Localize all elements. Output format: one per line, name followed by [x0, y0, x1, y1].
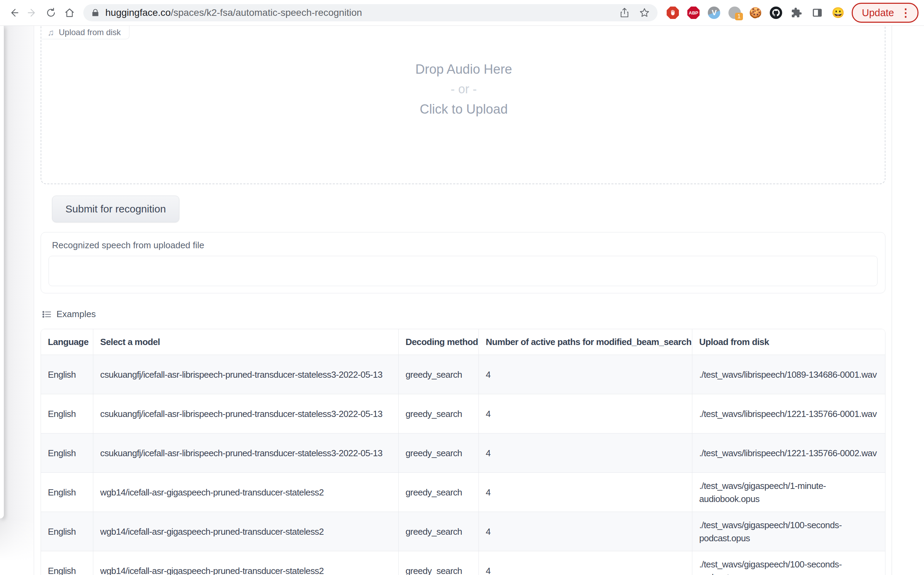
- reload-button[interactable]: [43, 5, 59, 21]
- url-text: huggingface.co/spaces/k2-fsa/automatic-s…: [105, 7, 362, 18]
- example-row[interactable]: Englishcsukuangfj/icefall-asr-librispeec…: [41, 434, 885, 473]
- example-row[interactable]: Englishcsukuangfj/icefall-asr-librispeec…: [41, 394, 885, 434]
- model-cell: csukuangfj/icefall-asr-librispeech-prune…: [93, 394, 398, 434]
- model-cell: wgb14/icefall-asr-gigaspeech-pruned-tran…: [93, 551, 398, 575]
- column-header: Upload from disk: [692, 329, 885, 355]
- recognized-speech-output[interactable]: [49, 256, 878, 286]
- column-header: Select a model: [93, 329, 398, 355]
- upload-cell: ./test_wavs/librispeech/1221-135766-0001…: [692, 394, 885, 434]
- address-bar[interactable]: huggingface.co/spaces/k2-fsa/automatic-s…: [83, 4, 657, 21]
- upload-cell: ./test_wavs/librispeech/1089-134686-0001…: [692, 355, 885, 394]
- upload-cell: ./test_wavs/gigaspeech/100-seconds-podca…: [692, 551, 885, 575]
- table-header-row: LanguageSelect a modelDecoding methodNum…: [41, 329, 885, 355]
- language-cell: English: [41, 551, 93, 575]
- url-domain: huggingface.co: [105, 7, 171, 18]
- model-cell: wgb14/icefall-asr-gigaspeech-pruned-tran…: [93, 512, 398, 551]
- or-text: - or -: [41, 79, 886, 99]
- abp-extension-icon[interactable]: ABP: [686, 6, 700, 20]
- upload-cell: ./test_wavs/gigaspeech/100-seconds-podca…: [692, 512, 885, 551]
- scrollbar-track-line[interactable]: [892, 26, 892, 575]
- left-card-edge: [0, 26, 4, 519]
- examples-table: LanguageSelect a modelDecoding methodNum…: [41, 329, 885, 575]
- list-icon: [42, 310, 52, 319]
- paths-cell: 4: [479, 394, 692, 434]
- extensions-area: ABP V 1 🍪 😀: [666, 6, 845, 20]
- extension-badge: 1: [735, 13, 743, 20]
- model-cell: csukuangfj/icefall-asr-librispeech-prune…: [93, 434, 398, 473]
- example-row[interactable]: Englishwgb14/icefall-asr-gigaspeech-prun…: [41, 551, 885, 575]
- paths-cell: 4: [479, 434, 692, 473]
- adblock-extension-icon[interactable]: [666, 6, 680, 20]
- decoding-cell: greedy_search: [398, 551, 479, 575]
- bookmark-star-icon[interactable]: [639, 7, 650, 18]
- recognized-speech-panel: Recognized speech from uploaded file: [41, 232, 886, 293]
- example-row[interactable]: Englishwgb14/icefall-asr-gigaspeech-prun…: [41, 512, 885, 551]
- example-row[interactable]: Englishcsukuangfj/icefall-asr-librispeec…: [41, 355, 885, 394]
- smiley-profile-icon[interactable]: 😀: [831, 6, 845, 20]
- examples-header: Examples: [42, 309, 96, 319]
- back-icon: [8, 7, 20, 19]
- home-button[interactable]: [61, 5, 78, 21]
- paths-cell: 4: [479, 473, 692, 512]
- audio-drop-area[interactable]: Drop Audio Here - or - Click to Upload: [41, 26, 886, 184]
- url-path: /spaces/k2-fsa/automatic-speech-recognit…: [171, 7, 362, 18]
- content-left-divider: [34, 26, 34, 575]
- paths-cell: 4: [479, 512, 692, 551]
- decoding-cell: greedy_search: [398, 434, 479, 473]
- back-button[interactable]: [5, 5, 22, 21]
- decoding-cell: greedy_search: [398, 473, 479, 512]
- model-cell: wgb14/icefall-asr-gigaspeech-pruned-tran…: [93, 473, 398, 512]
- column-header: Language: [41, 329, 93, 355]
- left-gutter-fade: [0, 519, 34, 575]
- page-viewport: Drop Audio Here - or - Click to Upload ♫…: [0, 26, 924, 575]
- vimium-extension-icon[interactable]: V: [707, 6, 721, 20]
- language-cell: English: [41, 473, 93, 512]
- paths-cell: 4: [479, 355, 692, 394]
- cookie-extension-icon[interactable]: 🍪: [748, 6, 762, 20]
- examples-label: Examples: [56, 309, 96, 319]
- home-icon: [64, 7, 75, 19]
- column-header: Decoding method: [398, 329, 479, 355]
- language-cell: English: [41, 512, 93, 551]
- left-gutter: [0, 26, 34, 575]
- drop-audio-here-text: Drop Audio Here: [41, 59, 886, 79]
- paths-cell: 4: [479, 551, 692, 575]
- extensions-puzzle-icon[interactable]: [790, 6, 803, 20]
- github-icon: [770, 6, 782, 19]
- upload-cell: ./test_wavs/librispeech/1221-135766-0002…: [692, 434, 885, 473]
- chrome-update-button[interactable]: Update ⋮: [852, 3, 919, 23]
- update-label: Update: [862, 7, 894, 19]
- gradio-app: Drop Audio Here - or - Click to Upload ♫…: [41, 26, 886, 575]
- github-extension-icon[interactable]: [769, 6, 783, 20]
- browser-menu-icon[interactable]: ⋮: [898, 7, 913, 18]
- model-cell: csukuangfj/icefall-asr-librispeech-prune…: [93, 355, 398, 394]
- reload-icon: [45, 7, 57, 19]
- forward-icon: [27, 7, 38, 19]
- click-to-upload-text: Click to Upload: [41, 99, 886, 119]
- example-row[interactable]: Englishwgb14/icefall-asr-gigaspeech-prun…: [41, 473, 885, 512]
- forward-button[interactable]: [24, 5, 41, 21]
- browser-window: { "browser": { "url_domain": "huggingfac…: [0, 0, 924, 575]
- music-note-icon: ♫: [48, 28, 54, 37]
- decoding-cell: greedy_search: [398, 512, 479, 551]
- examples-table-container: LanguageSelect a modelDecoding methodNum…: [41, 329, 886, 575]
- lock-icon: [91, 8, 100, 17]
- submit-for-recognition-button[interactable]: Submit for recognition: [52, 195, 179, 222]
- upload-cell: ./test_wavs/gigaspeech/1-minute-audioboo…: [692, 473, 885, 512]
- language-cell: English: [41, 355, 93, 394]
- language-cell: English: [41, 394, 93, 434]
- browser-toolbar: huggingface.co/spaces/k2-fsa/automatic-s…: [0, 0, 924, 26]
- language-cell: English: [41, 434, 93, 473]
- recognized-speech-label: Recognized speech from uploaded file: [52, 240, 204, 251]
- drop-zone-text[interactable]: Drop Audio Here - or - Click to Upload: [41, 59, 886, 119]
- submit-button-label: Submit for recognition: [65, 203, 166, 215]
- examples-tbody: Englishcsukuangfj/icefall-asr-librispeec…: [41, 355, 885, 575]
- gray-extension-icon[interactable]: 1: [728, 6, 741, 20]
- upload-from-disk-tab[interactable]: ♫ Upload from disk: [41, 26, 129, 39]
- share-icon[interactable]: [619, 7, 630, 18]
- hand-icon: [669, 9, 676, 16]
- side-panel-icon[interactable]: [810, 6, 824, 20]
- upload-tab-label: Upload from disk: [59, 27, 121, 37]
- column-header: Number of active paths for modified_beam…: [479, 329, 692, 355]
- decoding-cell: greedy_search: [398, 355, 479, 394]
